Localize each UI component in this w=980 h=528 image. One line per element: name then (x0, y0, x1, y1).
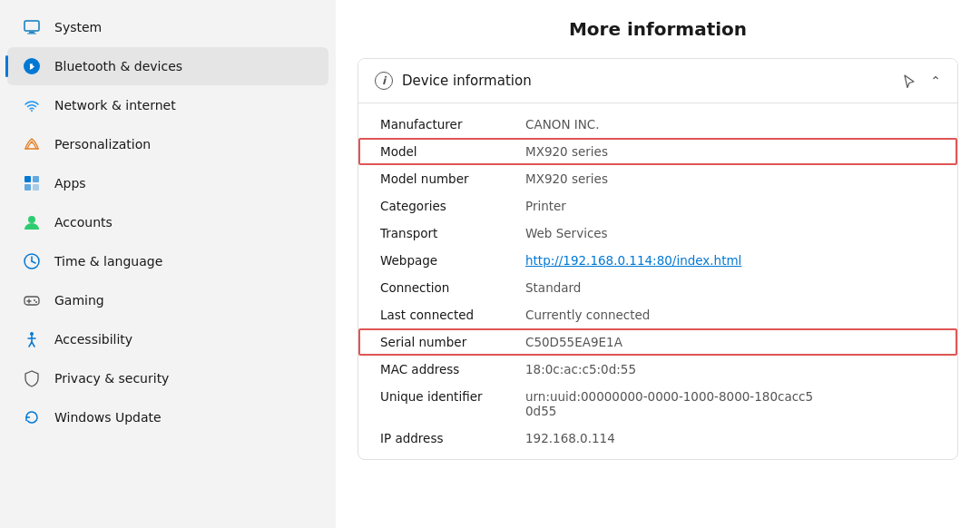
bluetooth-icon (22, 56, 42, 76)
value-serial-number: C50D55EA9E1A (525, 335, 936, 349)
label-connection: Connection (380, 280, 525, 295)
update-icon (22, 407, 42, 427)
value-connection: Standard (525, 280, 936, 295)
row-ip-address: IP address 192.168.0.114 (358, 425, 957, 452)
sidebar-item-system[interactable]: System (7, 8, 328, 46)
value-manufacturer: CANON INC. (525, 117, 936, 132)
label-webpage: Webpage (380, 253, 525, 268)
sidebar-item-network-label: Network & internet (54, 98, 176, 112)
row-categories: Categories Printer (358, 192, 957, 220)
info-table: Manufacturer CANON INC. Model MX920 seri… (358, 103, 957, 459)
value-ip-address: 192.168.0.114 (525, 431, 936, 445)
privacy-icon (22, 368, 42, 388)
svg-point-17 (34, 299, 35, 301)
sidebar-item-apps[interactable]: Apps (7, 164, 328, 202)
svg-rect-6 (24, 176, 31, 182)
svg-rect-8 (24, 184, 31, 191)
label-serial-number: Serial number (380, 335, 525, 349)
sidebar-item-personalization[interactable]: Personalization (7, 125, 328, 163)
svg-rect-14 (24, 297, 39, 305)
sidebar-item-personalization-label: Personalization (54, 137, 151, 152)
label-last-connected: Last connected (380, 308, 525, 322)
row-webpage: Webpage http://192.168.0.114:80/index.ht… (358, 247, 957, 274)
row-last-connected: Last connected Currently connected (358, 301, 957, 328)
sidebar-item-gaming[interactable]: Gaming (7, 281, 328, 319)
sidebar-item-update[interactable]: Windows Update (7, 398, 328, 436)
svg-line-22 (29, 342, 32, 347)
info-card-header[interactable]: i Device information ⌃ (358, 59, 957, 103)
sidebar-item-privacy[interactable]: Privacy & security (7, 359, 328, 397)
svg-point-18 (35, 301, 37, 303)
sidebar-item-gaming-label: Gaming (54, 293, 104, 308)
apps-icon (22, 173, 42, 193)
value-webpage[interactable]: http://192.168.0.114:80/index.html (525, 253, 936, 268)
value-model: MX920 series (525, 144, 936, 159)
sidebar-item-accounts-label: Accounts (54, 215, 113, 230)
label-unique-identifier: Unique identifier (380, 389, 525, 404)
gaming-icon (22, 290, 42, 310)
svg-line-23 (32, 342, 34, 347)
sidebar-item-time-label: Time & language (54, 254, 162, 269)
system-icon (22, 17, 42, 37)
chevron-up-icon: ⌃ (930, 73, 941, 88)
label-transport: Transport (380, 226, 525, 240)
device-info-card: i Device information ⌃ Manufacturer CANO… (358, 58, 958, 460)
label-manufacturer: Manufacturer (380, 117, 525, 132)
sidebar-item-accounts[interactable]: Accounts (7, 203, 328, 241)
row-unique-identifier: Unique identifier urn:uuid:00000000-0000… (358, 383, 957, 425)
sidebar-item-privacy-label: Privacy & security (54, 371, 169, 386)
sidebar-item-system-label: System (54, 20, 102, 34)
value-model-number: MX920 series (525, 171, 936, 186)
svg-rect-9 (33, 184, 39, 191)
sidebar-item-accessibility-label: Accessibility (54, 332, 132, 347)
svg-rect-0 (24, 21, 39, 31)
row-manufacturer: Manufacturer CANON INC. (358, 111, 957, 138)
value-last-connected: Currently connected (525, 308, 936, 322)
value-categories: Printer (525, 199, 936, 213)
sidebar-item-bluetooth[interactable]: Bluetooth & devices (7, 47, 328, 85)
info-circle-icon: i (375, 72, 393, 90)
row-serial-number: Serial number C50D55EA9E1A (358, 328, 957, 356)
sidebar-item-bluetooth-label: Bluetooth & devices (54, 59, 182, 73)
row-mac-address: MAC address 18:0c:ac:c5:0d:55 (358, 356, 957, 383)
sidebar-item-apps-label: Apps (54, 176, 86, 191)
value-unique-identifier: urn:uuid:00000000-0000-1000-8000-180cacc… (525, 389, 936, 418)
page-title: More information (358, 18, 958, 40)
row-model-number: Model number MX920 series (358, 165, 957, 192)
device-info-title: Device information (402, 73, 532, 89)
label-mac-address: MAC address (380, 362, 525, 376)
sidebar-item-time[interactable]: Time & language (7, 242, 328, 280)
label-categories: Categories (380, 199, 525, 213)
label-model: Model (380, 144, 525, 159)
sidebar-item-accessibility[interactable]: Accessibility (7, 320, 328, 358)
personalization-icon (22, 134, 42, 154)
accessibility-icon (22, 329, 42, 349)
accounts-icon (22, 212, 42, 232)
sidebar-item-network[interactable]: Network & internet (7, 86, 328, 124)
row-connection: Connection Standard (358, 274, 957, 301)
time-icon (22, 251, 42, 271)
main-content: More information i Device information ⌃ … (336, 0, 980, 528)
row-transport: Transport Web Services (358, 220, 957, 247)
network-icon (22, 95, 42, 115)
svg-point-4 (31, 110, 33, 112)
label-ip-address: IP address (380, 431, 525, 445)
value-transport: Web Services (525, 226, 936, 240)
row-model: Model MX920 series (358, 138, 957, 165)
svg-line-13 (32, 261, 35, 263)
label-model-number: Model number (380, 171, 525, 186)
svg-rect-1 (29, 32, 34, 34)
info-card-header-left: i Device information (375, 72, 532, 90)
svg-rect-7 (33, 176, 39, 182)
cursor-icon (899, 72, 917, 90)
sidebar: System Bluetooth & devices Network & int… (0, 0, 336, 528)
value-mac-address: 18:0c:ac:c5:0d:55 (525, 362, 936, 376)
svg-point-10 (28, 216, 35, 223)
sidebar-item-update-label: Windows Update (54, 410, 162, 425)
svg-rect-2 (27, 34, 36, 34)
